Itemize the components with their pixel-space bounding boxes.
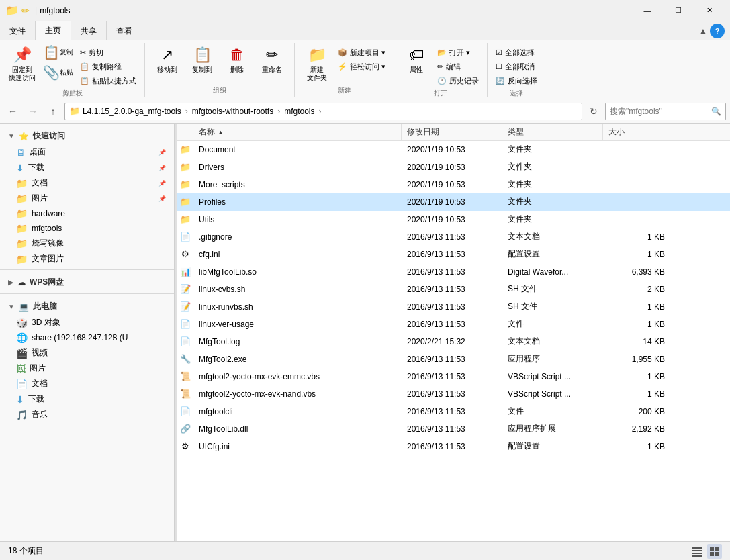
history-button[interactable]: 🕐 历史记录: [435, 74, 482, 87]
folder-icon: 📁: [5, 4, 19, 17]
file-row[interactable]: 📁 Document 2020/1/19 10:53 文件夹: [177, 141, 730, 158]
new-folder-button[interactable]: 📁 新建文件夹: [300, 43, 334, 83]
svg-rect-6: [710, 552, 714, 556]
col-header-name[interactable]: 名称 ▲: [193, 124, 402, 140]
ribbon-expand-icon[interactable]: ▲: [699, 26, 707, 36]
breadcrumb-l4[interactable]: L4.1.15_2.0.0-ga_mfg-tools: [83, 107, 181, 116]
svg-rect-5: [715, 547, 719, 551]
file-row[interactable]: 🔧 MfgTool2.exe 2016/9/13 11:53 应用程序 1,95…: [177, 351, 730, 368]
large-icon-view-button[interactable]: [707, 544, 722, 559]
pin-button[interactable]: 📌 固定到快速访问: [5, 43, 39, 83]
sidebar-item-documents2[interactable]: 📄 文档: [0, 376, 174, 391]
file-type: VBScript Script ...: [508, 389, 571, 399]
file-row[interactable]: 📄 mfgtoolcli 2016/9/13 11:53 文件 200 KB: [177, 403, 730, 420]
open-button[interactable]: 📂 打开 ▾: [435, 46, 482, 59]
paste-shortcut-icon: 📋: [80, 77, 89, 85]
easy-access-button[interactable]: ⚡ 轻松访问 ▾: [335, 60, 388, 73]
file-row[interactable]: 📁 Profiles 2020/1/19 10:53 文件夹: [177, 193, 730, 211]
file-row[interactable]: 📜 mfgtool2-yocto-mx-evk-emmc.vbs 2016/9/…: [177, 368, 730, 385]
minimize-button[interactable]: —: [632, 0, 663, 21]
deselect-all-button[interactable]: ☐ 全部取消: [493, 60, 540, 73]
file-row[interactable]: 📜 mfgtool2-yocto-mx-evk-nand.vbs 2016/9/…: [177, 385, 730, 403]
file-row[interactable]: 📄 MfgTool.log 2020/2/21 15:32 文本文档 14 KB: [177, 333, 730, 351]
file-name: MfgTool2.exe: [199, 355, 246, 364]
move-button[interactable]: ↗ 移动到: [150, 43, 184, 75]
tab-file[interactable]: 文件: [0, 21, 36, 40]
titlebar-icons: 📁 ✏ |: [5, 4, 40, 17]
paste-button[interactable]: 📎 粘贴: [40, 63, 76, 82]
col-header-size[interactable]: 大小: [603, 124, 670, 140]
sidebar-item-3d[interactable]: 🎲 3D 对象: [0, 315, 174, 330]
sidebar-item-video[interactable]: 🎬 视频: [0, 345, 174, 361]
maximize-button[interactable]: ☐: [663, 0, 694, 21]
titlebar-title: mfgtools: [40, 6, 70, 15]
sidebar-item-downloads2[interactable]: ⬇ 下载: [0, 391, 174, 407]
rename-button[interactable]: ✏ 重命名: [255, 43, 289, 75]
sidebar-item-pictures[interactable]: 📁 图片 📌: [0, 191, 174, 206]
file-row[interactable]: ⚙ cfg.ini 2016/9/13 11:53 配置设置 1 KB: [177, 246, 730, 263]
tab-home[interactable]: 主页: [36, 21, 71, 40]
file-row[interactable]: 📝 linux-runvbs.sh 2016/9/13 11:53 SH 文件 …: [177, 298, 730, 316]
cut-button[interactable]: ✂ 剪切: [77, 46, 139, 59]
paste-shortcut-button[interactable]: 📋 粘贴快捷方式: [77, 74, 139, 87]
copy-path-button[interactable]: 📋 复制路径: [77, 60, 139, 73]
share-icon: 🌐: [16, 332, 28, 343]
file-type: 文件: [508, 406, 524, 416]
file-date: 2020/1/19 10:53: [407, 215, 465, 224]
back-button[interactable]: ←: [4, 103, 21, 120]
sidebar-item-flash[interactable]: 📁 烧写镜像: [0, 236, 174, 251]
invert-selection-button[interactable]: 🔄 反向选择: [493, 74, 540, 87]
file-row[interactable]: 📁 Drivers 2020/1/19 10:53 文件夹: [177, 158, 730, 176]
detail-view-button[interactable]: [690, 544, 704, 559]
file-row[interactable]: 📊 libMfgToolLib.so 2016/9/13 11:53 Digit…: [177, 263, 730, 281]
properties-button[interactable]: 🏷 属性: [400, 43, 433, 75]
file-size: 200 KB: [639, 407, 665, 416]
file-icon: 📁: [180, 214, 191, 224]
sidebar-item-documents[interactable]: 📁 文档 📌: [0, 175, 174, 191]
sidebar-item-pictures2[interactable]: 🖼 图片: [0, 361, 174, 376]
file-row[interactable]: 📝 linux-cvbs.sh 2016/9/13 11:53 SH 文件 2 …: [177, 281, 730, 298]
file-row[interactable]: ⚙ UICfg.ini 2016/9/13 11:53 配置设置 1 KB: [177, 438, 730, 455]
select-all-button[interactable]: ☑ 全部选择: [493, 46, 540, 59]
address-box[interactable]: 📁 L4.1.15_2.0.0-ga_mfg-tools › mfgtools-…: [64, 103, 582, 120]
sidebar-item-music[interactable]: 🎵 音乐: [0, 407, 174, 422]
file-row[interactable]: 🔗 MfgToolLib.dll 2016/9/13 11:53 应用程序扩展 …: [177, 420, 730, 438]
file-icon: 📜: [180, 389, 191, 399]
file-row[interactable]: 📁 More_scripts 2020/1/19 10:53 文件夹: [177, 176, 730, 193]
close-button[interactable]: ✕: [694, 0, 725, 21]
copy-button[interactable]: 📋 复制: [40, 43, 76, 62]
breadcrumb-mfg-without[interactable]: mfgtools-without-rootfs: [192, 107, 273, 116]
sidebar-item-article[interactable]: 📁 文章图片: [0, 251, 174, 267]
search-icon[interactable]: 🔍: [711, 107, 721, 116]
downloads2-label: 下载: [28, 393, 44, 405]
refresh-button[interactable]: ↻: [585, 103, 602, 120]
ribbon-group-new: 📁 新建文件夹 📦 新建项目 ▾ ⚡ 轻松访问 ▾ 新建: [295, 43, 394, 97]
sidebar-item-hardware[interactable]: 📁 hardware: [0, 206, 174, 221]
file-row[interactable]: 📄 .gitignore 2016/9/13 11:53 文本文档 1 KB: [177, 228, 730, 246]
file-row[interactable]: 📁 Utils 2020/1/19 10:53 文件夹: [177, 211, 730, 228]
easy-access-icon: ⚡: [338, 62, 347, 71]
file-row[interactable]: 📄 linux-ver-usage 2016/9/13 11:53 文件 1 K…: [177, 316, 730, 333]
file-name: linux-runvbs.sh: [199, 302, 253, 312]
sidebar-item-share[interactable]: 🌐 share (192.168.247.128 (U: [0, 330, 174, 345]
file-type: 文件夹: [508, 162, 532, 171]
sidebar-item-downloads[interactable]: ⬇ 下载 📌: [0, 160, 174, 175]
sidebar-section-quickaccess[interactable]: ▼ ⭐ 快速访问: [0, 126, 174, 144]
up-button[interactable]: ↑: [44, 103, 62, 120]
delete-button[interactable]: 🗑 删除: [220, 43, 254, 75]
sidebar-section-thispc[interactable]: ▼ 💻 此电脑: [0, 297, 174, 315]
col-header-type[interactable]: 类型: [502, 124, 603, 140]
breadcrumb-mfgtools[interactable]: mfgtools: [284, 107, 314, 116]
help-button[interactable]: ?: [710, 24, 725, 38]
copy-to-button[interactable]: 📋 复制到: [185, 43, 219, 75]
search-box[interactable]: 🔍: [605, 103, 726, 120]
tab-view[interactable]: 查看: [107, 21, 142, 40]
search-input[interactable]: [610, 107, 711, 116]
new-item-button[interactable]: 📦 新建项目 ▾: [335, 46, 388, 59]
edit-button[interactable]: ✏ 编辑: [435, 60, 482, 73]
col-header-date[interactable]: 修改日期: [402, 124, 502, 140]
sidebar-item-mfgtools[interactable]: 📁 mfgtools: [0, 221, 174, 236]
tab-share[interactable]: 共享: [71, 21, 107, 40]
sidebar-item-desktop[interactable]: 🖥 桌面 📌: [0, 144, 174, 160]
sidebar-section-wps[interactable]: ▶ ☁ WPS网盘: [0, 273, 174, 291]
